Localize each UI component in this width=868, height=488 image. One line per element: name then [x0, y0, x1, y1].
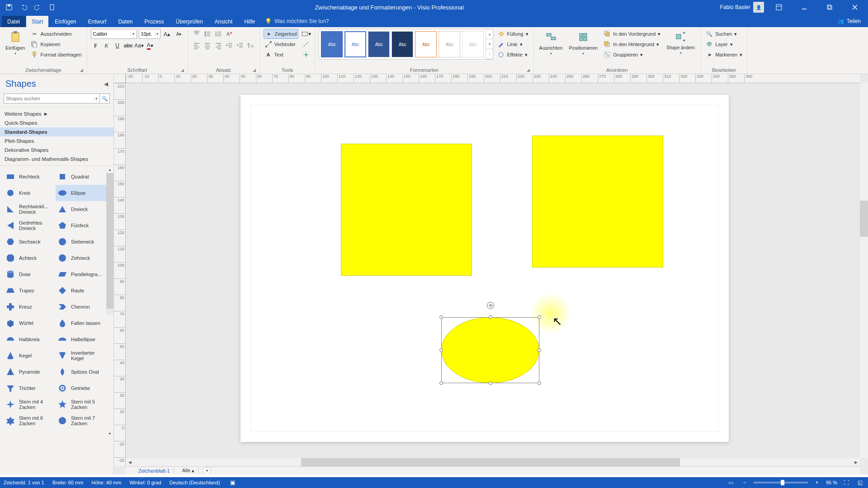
maximize-button[interactable]	[819, 0, 840, 14]
layer-button[interactable]: Layer ▾	[704, 39, 744, 49]
resize-handle-s[interactable]	[489, 381, 492, 385]
shape-stencil-item[interactable]: Dreieck	[56, 201, 108, 217]
shape-stencil-item[interactable]: Chevron	[56, 299, 108, 315]
cut-button[interactable]: ✂Ausschneiden	[29, 29, 83, 39]
full-screen-icon[interactable]: ◱	[855, 478, 864, 487]
resize-handle-ne[interactable]	[538, 315, 541, 319]
ribbon-options-button[interactable]	[769, 0, 789, 14]
shape-stencil-item[interactable]: Spitzes Oval	[56, 364, 108, 380]
scrollbar-thumb[interactable]	[106, 173, 113, 309]
fill-button[interactable]: Füllung ▾	[496, 29, 529, 39]
shape-stencil-item[interactable]: Gedrehtes Dreieck	[4, 217, 56, 234]
shape-stencil-item[interactable]: Halbellipse	[56, 331, 108, 347]
font-size-input[interactable]	[139, 31, 156, 37]
bring-front-button[interactable]: In den Vordergrund ▾	[602, 29, 662, 39]
cat-standard-shapes[interactable]: Standard-Shapes	[0, 127, 113, 136]
shape-stencil-item[interactable]: Ellipse	[56, 185, 108, 201]
rotation-handle[interactable]: ⟲	[487, 302, 494, 309]
scroll-right-icon[interactable]: ▶	[852, 458, 860, 466]
style-item[interactable]: Abc	[462, 31, 484, 57]
shrink-font-button[interactable]: A▾	[174, 29, 184, 39]
shape-stencil-item[interactable]: Zehneck	[56, 250, 108, 266]
tab-datei[interactable]: Datei	[2, 16, 25, 27]
page-tab[interactable]: Zeichenblatt-1	[135, 468, 174, 474]
font-family-input[interactable]	[91, 31, 131, 37]
dialog-launcher-icon[interactable]: ◢	[527, 68, 530, 72]
shape-stencil-item[interactable]: Kreis	[4, 185, 56, 201]
shape-stencil-item[interactable]: Parallelogra...	[56, 266, 108, 282]
shape-stencil-item[interactable]: Raute	[56, 282, 108, 299]
resize-handle-nw[interactable]	[439, 315, 443, 319]
align-top-button[interactable]	[192, 29, 202, 39]
dialog-launcher-icon[interactable]: ◢	[80, 68, 83, 72]
resize-handle-w[interactable]	[439, 348, 443, 352]
group-button[interactable]: Gruppieren ▾	[602, 50, 662, 60]
zoom-slider-thumb[interactable]	[781, 480, 784, 485]
page-filter[interactable]: Alle ▴	[179, 467, 198, 474]
zoom-slider[interactable]	[754, 482, 808, 483]
cat-dekorative-shapes[interactable]: Dekorative Shapes	[0, 145, 113, 155]
share-button[interactable]: 👥 Teilen	[832, 15, 866, 27]
shape-stencil-item[interactable]: Trapez	[4, 282, 56, 299]
line-tool-button[interactable]	[301, 39, 311, 49]
shape-stencil-item[interactable]: Achteck	[4, 250, 56, 266]
italic-button[interactable]: K	[102, 41, 112, 51]
chevron-down-icon[interactable]: ▾	[131, 32, 136, 36]
shapes-search-combo[interactable]: ▾	[4, 94, 100, 103]
dialog-launcher-icon[interactable]: ◢	[181, 68, 184, 72]
style-item[interactable]: Abc	[392, 31, 413, 57]
shape-stencil-item[interactable]: Stern mit 7 Zacken	[56, 413, 108, 429]
cat-pfeil-shapes[interactable]: Pfeil-Shapes	[0, 136, 113, 145]
font-color-button[interactable]: A▾	[145, 41, 155, 51]
select-button[interactable]: ➤Markieren ▾	[704, 50, 744, 60]
undo-button[interactable]	[17, 2, 30, 13]
scroll-left-icon[interactable]: ◀	[126, 458, 134, 466]
new-button[interactable]	[46, 2, 59, 13]
align-right-button[interactable]	[213, 41, 223, 51]
shape-stencil-item[interactable]: Rechtwinkli... Dreieck	[4, 201, 56, 217]
align-left-button[interactable]	[192, 41, 202, 51]
shape-stencil-item[interactable]: Kreuz	[4, 299, 56, 315]
resize-handle-se[interactable]	[538, 381, 541, 385]
minimize-button[interactable]	[794, 0, 815, 14]
pointer-tool-button[interactable]: ➤Zeigertool	[264, 29, 299, 39]
tab-ansicht[interactable]: Ansicht	[209, 16, 238, 27]
increase-indent-button[interactable]	[235, 41, 245, 51]
yellow-rectangle-shape[interactable]	[341, 144, 472, 276]
tab-einfuegen[interactable]: Einfügen	[49, 16, 81, 27]
shape-stencil-item[interactable]: Siebeneck	[56, 234, 108, 250]
style-item[interactable]: Abc	[344, 31, 366, 57]
chevron-down-icon[interactable]: ▾	[94, 96, 99, 101]
yellow-square-shape[interactable]	[532, 136, 663, 267]
save-button[interactable]	[3, 2, 15, 13]
vertical-scrollbar[interactable]	[860, 83, 868, 458]
bullets-button[interactable]	[203, 29, 212, 39]
shape-stencil-item[interactable]: Rechteck	[4, 169, 56, 185]
tab-start[interactable]: Start	[26, 16, 48, 27]
close-button[interactable]	[844, 0, 865, 14]
shape-stencil-item[interactable]: Fünfeck	[56, 217, 108, 234]
chevron-down-icon[interactable]: ▾	[155, 32, 160, 36]
style-item[interactable]: Abc	[321, 31, 343, 57]
style-item[interactable]: Abc	[439, 31, 460, 57]
resize-handle-e[interactable]	[538, 348, 541, 352]
cat-weitere-shapes[interactable]: Weitere Shapes▶	[0, 109, 113, 118]
cat-quick-shapes[interactable]: Quick-Shapes	[0, 118, 113, 127]
align-center-button[interactable]	[203, 41, 212, 51]
bold-button[interactable]: F	[91, 41, 101, 51]
tab-entwurf[interactable]: Entwurf	[83, 16, 112, 27]
shape-styles-gallery[interactable]: Abc Abc Abc Abc Abc Abc Abc ▴▾⋮	[319, 29, 493, 60]
tell-me-search[interactable]: 💡 Was möchten Sie tun?	[265, 16, 329, 27]
presentation-mode-icon[interactable]: ▭	[726, 478, 736, 487]
shape-stencil-item[interactable]: Würfel	[4, 315, 56, 331]
resize-handle-n[interactable]	[489, 315, 492, 319]
macro-record-icon[interactable]: ▣	[228, 478, 237, 487]
user-account[interactable]: Fabio Basler 👤	[720, 2, 764, 13]
decrease-indent-button[interactable]	[224, 41, 234, 51]
shape-stencil-item[interactable]: Quadrat	[56, 169, 108, 185]
gallery-scroll[interactable]: ▴▾⋮	[486, 29, 493, 59]
style-item[interactable]: Abc	[368, 31, 390, 57]
strikethrough-button[interactable]: abc	[123, 41, 133, 51]
shape-stencil-item[interactable]: Stern mit 5 Zacken	[56, 396, 108, 413]
grow-font-button[interactable]: A▴	[162, 29, 172, 39]
